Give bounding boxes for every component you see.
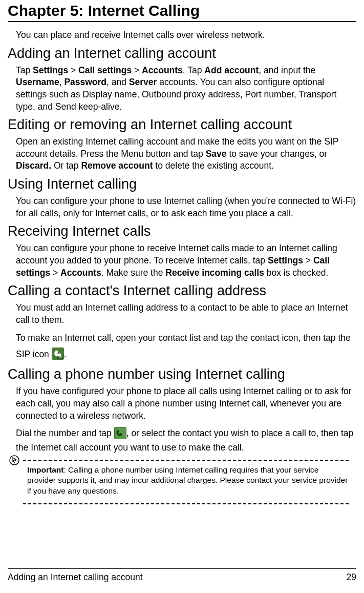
para-using: You can configure your phone to use Inte…: [16, 195, 356, 219]
heading-callnumber: Calling a phone number using Internet ca…: [8, 366, 356, 382]
chapter-title: Chapter 5: Internet Calling: [8, 2, 356, 22]
para-adding: Tap Settings > Call settings > Accounts.…: [16, 65, 356, 113]
footer-section-label: Adding an Internet calling account: [8, 572, 143, 583]
heading-receiving: Receiving Internet calls: [8, 223, 356, 239]
heading-adding: Adding an Internet calling account: [8, 46, 356, 62]
intro-text: You can place and receive Internet calls…: [16, 29, 356, 42]
heading-using: Using Internet calling: [8, 176, 356, 192]
important-note: Important: Calling a phone number using …: [23, 460, 349, 504]
svg-point-6: [14, 462, 15, 463]
para-receiving: You can configure your phone to receive …: [16, 242, 356, 279]
para-callnumber-1: If you have configured your phone to pla…: [16, 385, 356, 422]
note-text: Important: Calling a phone number using …: [27, 465, 349, 496]
page-number: 29: [347, 572, 356, 583]
para-editing: Open an existing Internet calling accoun…: [16, 136, 356, 172]
para-callcontact-2: To make an Internet call, open your cont…: [16, 330, 356, 362]
heading-editing: Editing or removing an Internet calling …: [8, 117, 356, 133]
important-icon: [9, 455, 20, 466]
svg-text:SIP: SIP: [58, 356, 62, 359]
sip-icon: SIP: [52, 347, 64, 360]
para-callnumber-2: Dial the number and tap , or select the …: [16, 426, 356, 455]
phone-icon: [114, 427, 126, 439]
heading-callcontact: Calling a contact's Internet calling add…: [8, 283, 356, 299]
page-footer: Adding an Internet calling account 29: [8, 568, 356, 583]
para-callcontact-1: You must add an Internet calling address…: [16, 302, 356, 326]
